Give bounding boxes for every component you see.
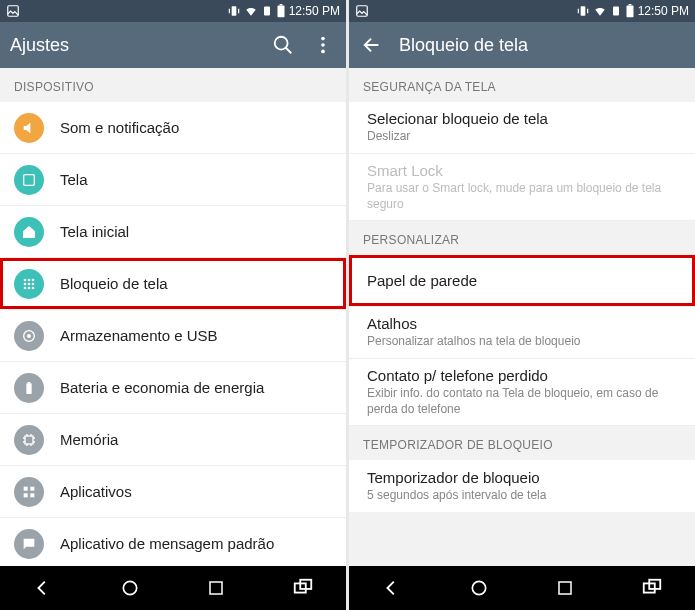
svg-rect-4: [279, 4, 282, 5]
gallery-icon: [355, 4, 369, 18]
svg-point-10: [24, 278, 27, 281]
row-apps[interactable]: Aplicativos: [0, 466, 346, 518]
svg-point-14: [28, 282, 31, 285]
row-label: Contato p/ telefone perdido: [367, 367, 681, 384]
display-icon: [14, 165, 44, 195]
storage-icon: [14, 321, 44, 351]
gallery-icon: [6, 4, 20, 18]
svg-point-6: [321, 37, 325, 41]
svg-rect-27: [30, 493, 34, 497]
nav-dual-icon[interactable]: [638, 574, 666, 602]
section-header: DISPOSITIVO: [0, 68, 346, 102]
section-header: SEGURANÇA DA TELA: [349, 68, 695, 102]
svg-rect-33: [580, 6, 585, 15]
svg-rect-23: [25, 436, 33, 444]
app-title: Bloqueio de tela: [399, 35, 685, 56]
row-label: Aplicativos: [60, 483, 132, 500]
lockscreen-list: SEGURANÇA DA TELA Selecionar bloqueio de…: [349, 68, 695, 566]
overflow-menu-icon[interactable]: [310, 32, 336, 58]
memory-icon: [14, 425, 44, 455]
svg-rect-26: [24, 493, 28, 497]
nav-back-icon[interactable]: [378, 574, 406, 602]
data-icon: [610, 5, 622, 17]
data-icon: [261, 5, 273, 17]
nav-home-icon[interactable]: [465, 574, 493, 602]
row-lost-contact[interactable]: Contato p/ telefone perdido Exibir info.…: [349, 359, 695, 426]
svg-point-20: [28, 334, 31, 337]
lock-icon: [14, 269, 44, 299]
row-label: Armazenamento e USB: [60, 327, 218, 344]
row-label: Smart Lock: [367, 162, 681, 179]
nav-back-icon[interactable]: [29, 574, 57, 602]
svg-rect-0: [8, 6, 19, 17]
svg-point-8: [321, 50, 325, 54]
wifi-icon: [244, 4, 258, 18]
svg-rect-22: [28, 382, 31, 383]
sound-icon: [14, 113, 44, 143]
svg-point-28: [123, 581, 136, 594]
svg-rect-29: [210, 582, 222, 594]
section-header: PERSONALIZAR: [349, 221, 695, 255]
app-bar: Ajustes: [0, 22, 346, 68]
row-label: Temporizador de bloqueio: [367, 469, 546, 486]
svg-point-7: [321, 43, 325, 47]
svg-point-12: [32, 278, 35, 281]
row-label: Tela inicial: [60, 223, 129, 240]
row-label: Memória: [60, 431, 118, 448]
section-header: TEMPORIZADOR DE BLOQUEIO: [349, 426, 695, 460]
nav-home-icon[interactable]: [116, 574, 144, 602]
sms-icon: [14, 529, 44, 559]
settings-list: DISPOSITIVO Som e notificação Tela Tela …: [0, 68, 346, 566]
svg-rect-32: [357, 6, 368, 17]
row-label: Atalhos: [367, 315, 580, 332]
svg-rect-24: [24, 486, 28, 490]
status-bar: 12:50 PM: [0, 0, 346, 22]
row-storage[interactable]: Armazenamento e USB: [0, 310, 346, 362]
row-lockscreen[interactable]: Bloqueio de tela: [0, 258, 346, 310]
row-label: Selecionar bloqueio de tela: [367, 110, 548, 127]
svg-point-37: [472, 581, 485, 594]
svg-point-15: [32, 282, 35, 285]
row-battery[interactable]: Bateria e economia de energia: [0, 362, 346, 414]
svg-rect-25: [30, 486, 34, 490]
svg-point-5: [275, 37, 288, 50]
row-sms[interactable]: Aplicativo de mensagem padrão: [0, 518, 346, 566]
svg-rect-35: [626, 5, 633, 17]
row-home[interactable]: Tela inicial: [0, 206, 346, 258]
row-label: Papel de parede: [367, 272, 477, 289]
vibrate-icon: [576, 4, 590, 18]
phone-left: 12:50 PM Ajustes DISPOSITIVO Som e notif…: [0, 0, 346, 610]
svg-point-13: [24, 282, 27, 285]
row-sound[interactable]: Som e notificação: [0, 102, 346, 154]
vibrate-icon: [227, 4, 241, 18]
nav-recent-icon[interactable]: [202, 574, 230, 602]
svg-rect-36: [628, 4, 631, 5]
svg-rect-34: [613, 7, 619, 16]
row-lock-timer[interactable]: Temporizador de bloqueio 5 segundos após…: [349, 460, 695, 512]
row-sub: 5 segundos após intervalo de tela: [367, 488, 546, 504]
phone-right: 12:50 PM Bloqueio de tela SEGURANÇA DA T…: [349, 0, 695, 610]
row-select-lock[interactable]: Selecionar bloqueio de tela Deslizar: [349, 102, 695, 154]
row-sub: Para usar o Smart lock, mude para um blo…: [367, 181, 681, 212]
battery-icon: [276, 4, 286, 18]
app-title: Ajustes: [10, 35, 256, 56]
search-icon[interactable]: [270, 32, 296, 58]
back-icon[interactable]: [359, 32, 385, 58]
row-label: Bateria e economia de energia: [60, 379, 264, 396]
row-wallpaper[interactable]: Papel de parede: [349, 255, 695, 307]
svg-point-17: [28, 286, 31, 289]
row-shortcuts[interactable]: Atalhos Personalizar atalhos na tela de …: [349, 307, 695, 359]
row-label: Som e notificação: [60, 119, 179, 136]
svg-point-16: [24, 286, 27, 289]
status-time: 12:50 PM: [289, 4, 340, 18]
apps-icon: [14, 477, 44, 507]
row-display[interactable]: Tela: [0, 154, 346, 206]
row-memory[interactable]: Memória: [0, 414, 346, 466]
row-label: Tela: [60, 171, 88, 188]
battery-icon: [625, 4, 635, 18]
row-label: Bloqueio de tela: [60, 275, 168, 292]
nav-recent-icon[interactable]: [551, 574, 579, 602]
svg-rect-2: [264, 7, 270, 16]
nav-dual-icon[interactable]: [289, 574, 317, 602]
nav-bar: [0, 566, 346, 610]
